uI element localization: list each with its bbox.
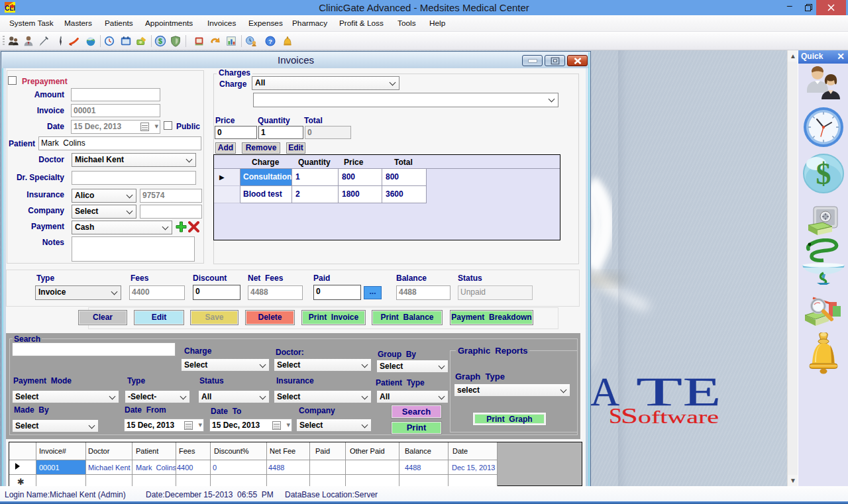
svg-text:oftware: oftware bbox=[638, 407, 719, 427]
svg-text:$: $ bbox=[816, 157, 831, 191]
svg-text:$: $ bbox=[158, 37, 162, 45]
svg-text:?: ? bbox=[268, 38, 272, 45]
svg-text:S: S bbox=[609, 404, 622, 428]
svg-text:S: S bbox=[621, 404, 638, 428]
